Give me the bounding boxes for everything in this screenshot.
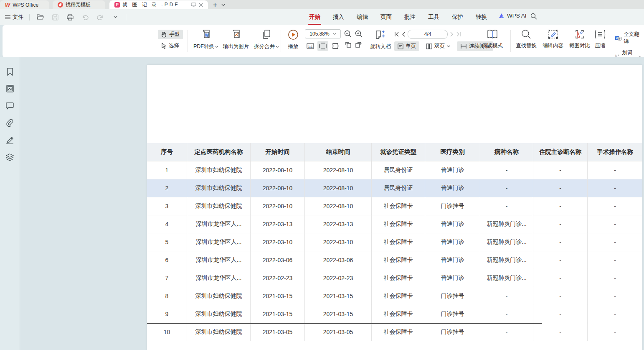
zoom-level-combo[interactable]: 105.88% [305, 29, 341, 38]
table-cell: 新冠肺炎门诊... [480, 269, 533, 287]
wps-ai-button[interactable]: WPS AI [498, 13, 527, 19]
table-row: 3深圳市妇幼保健院2022-08-102022-08-10社会保障卡门诊挂号--… [147, 197, 642, 215]
cast-screen-icon[interactable] [191, 3, 196, 7]
fit-page-button[interactable] [330, 41, 341, 51]
first-page-icon[interactable] [394, 32, 399, 37]
actual-size-button[interactable]: 1:1 [305, 41, 316, 51]
export-as-image-button[interactable]: 输出为图片 [220, 29, 252, 50]
redo-icon[interactable] [96, 13, 105, 22]
single-page-button[interactable]: 单页 [394, 41, 419, 51]
edit-content-button[interactable]: 编辑内容 [540, 29, 566, 49]
table-cell: 2022-03-13 [305, 215, 372, 233]
layers-icon[interactable] [4, 152, 16, 162]
signature-icon[interactable] [4, 135, 16, 145]
rotate-right-icon[interactable] [355, 41, 363, 48]
rotate-left-icon[interactable] [344, 41, 352, 48]
pdf-convert-button[interactable]: W PDF转换 [190, 29, 221, 50]
column-header: 手术操作名称 [588, 143, 642, 161]
table-cell: - [533, 251, 588, 269]
thumbnail-icon[interactable] [4, 84, 16, 94]
menu-item-annotate[interactable]: 批注 [403, 12, 416, 23]
menu-item-protect[interactable]: 保护 [451, 12, 464, 23]
page-number-input[interactable] [408, 30, 448, 39]
wps-office-window: W WPS Office 找稻壳模板 P 就 医 记 录 .PDF + [0, 0, 644, 350]
table-cell: 深圳市妇幼保健院 [187, 161, 251, 179]
table-cell: 2022-02-23 [305, 269, 372, 287]
tab-wps-office[interactable]: W WPS Office [0, 0, 49, 9]
table-cell: 门诊挂号 [425, 287, 480, 305]
table-cell: 2021-03-15 [251, 287, 305, 305]
tab-list-chevron-icon[interactable] [221, 4, 225, 6]
play-button[interactable]: 播放 [284, 29, 302, 50]
table-cell: 普通门诊 [425, 251, 480, 269]
menu-item-edit[interactable]: 编辑 [356, 12, 369, 23]
tab-label: WPS Office [13, 2, 38, 8]
menu-item-insert[interactable]: 插入 [332, 12, 345, 23]
full-text-translate-button[interactable]: A 全文翻译 [611, 30, 644, 46]
table-header-row: 序号定点医药机构名称开始时间结束时间就诊凭证类型医疗类别病种名称住院主诊断名称手… [147, 143, 642, 161]
bookmark-icon[interactable] [4, 66, 16, 77]
table-row: 1深圳市妇幼保健院2022-08-102022-08-10居民身份证普通门诊--… [147, 161, 642, 179]
table-row: 4深圳市龙华区人...2022-03-132022-03-13社会保障卡普通门诊… [147, 215, 642, 233]
close-tab-icon[interactable] [199, 3, 203, 7]
table-cell: 2022-08-10 [251, 179, 305, 197]
table-cell: 门诊挂号 [425, 323, 480, 341]
docer-logo-icon [58, 2, 63, 8]
open-file-icon[interactable] [35, 13, 45, 22]
table-cell: 普通门诊 [425, 233, 480, 251]
hand-tool-button[interactable]: 手型 [158, 30, 183, 39]
zoom-in-icon[interactable] [355, 30, 363, 38]
table-cell: 1 [147, 161, 187, 179]
table-cell: - [480, 323, 533, 341]
column-header: 病种名称 [480, 143, 533, 161]
menu-item-home[interactable]: 开始 [308, 12, 321, 23]
table-row: 6深圳市龙华区人...2022-03-062022-03-06社会保障卡普通门诊… [147, 251, 642, 269]
table-cell: 8 [147, 287, 187, 305]
table-cell: 9 [147, 305, 187, 323]
more-actions-chevron-icon[interactable] [111, 13, 120, 22]
menu-item-convert[interactable]: 转换 [475, 12, 488, 23]
tab-label: 就 医 记 录 .PDF [122, 1, 188, 8]
left-sidebar [0, 57, 20, 350]
find-replace-button[interactable]: 查找替换 [513, 29, 540, 49]
table-cell: 3 [147, 197, 187, 215]
split-merge-button[interactable]: 拆分合并 [251, 29, 282, 50]
table-cell: 社会保障卡 [372, 197, 425, 215]
table-cell: 深圳市妇幼保健院 [187, 287, 251, 305]
undo-icon[interactable] [81, 13, 90, 22]
last-page-icon[interactable] [456, 32, 461, 37]
divider [29, 14, 30, 20]
compress-icon [594, 29, 606, 39]
fit-width-button[interactable] [317, 41, 328, 51]
file-menu-button[interactable]: 文件 [5, 13, 23, 21]
tab-docer-templates[interactable]: 找稻壳模板 [53, 0, 105, 9]
menu-item-page[interactable]: 页面 [380, 12, 393, 23]
screenshot-compare-button[interactable]: 截图对比 [566, 29, 593, 49]
select-tool-button[interactable]: 选择 [158, 41, 183, 51]
save-icon[interactable] [51, 13, 60, 22]
table-cell: 深圳市龙华区人... [187, 233, 251, 251]
print-icon[interactable] [66, 13, 75, 22]
comment-icon[interactable] [4, 101, 16, 111]
table-cell: 2022-08-10 [251, 197, 305, 215]
zoom-out-icon[interactable] [344, 30, 352, 38]
next-page-icon[interactable] [450, 32, 454, 37]
new-tab-button[interactable]: + [213, 1, 217, 9]
read-mode-button[interactable]: 阅读模式 [479, 29, 505, 49]
table-cell: - [533, 179, 588, 197]
compress-button[interactable]: 压缩 [591, 29, 610, 49]
menu-search-icon[interactable] [530, 13, 537, 20]
menu-item-tools[interactable]: 工具 [427, 12, 440, 23]
split-merge-icon [261, 29, 271, 40]
table-cell: - [588, 287, 642, 305]
table-cell: 居民身份证 [372, 161, 425, 179]
double-page-button[interactable]: 双页 [423, 41, 454, 51]
rotate-document-button[interactable]: 旋转文档 [367, 29, 394, 50]
table-cell: - [588, 161, 642, 179]
table-cell: 2022-03-10 [251, 233, 305, 251]
ribbon-toolbar: 手型 选择 W PDF转换 输出为图片 拆分合并 [3, 25, 644, 57]
tab-document-pdf[interactable]: P 就 医 记 录 .PDF [109, 0, 208, 9]
table-cell: - [588, 179, 642, 197]
attachment-icon[interactable] [4, 118, 16, 128]
prev-page-icon[interactable] [402, 32, 405, 37]
